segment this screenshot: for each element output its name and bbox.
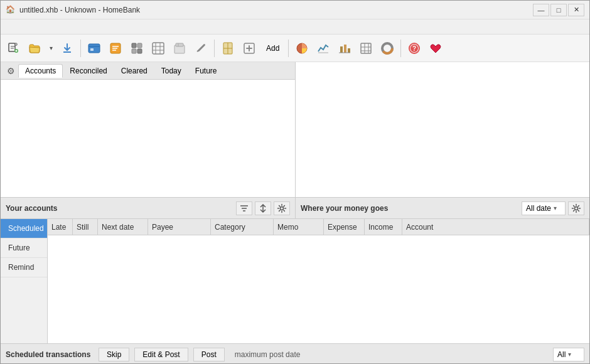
all-dropdown-area: All ▾ [553, 348, 584, 361]
minimize-button[interactable]: — [533, 4, 549, 16]
svg-rect-36 [340, 46, 343, 53]
toolbar: ▾ [1, 35, 589, 62]
money-footer-controls: All date ▾ [522, 201, 584, 215]
add-button[interactable]: Add [260, 38, 285, 58]
post-button[interactable]: Post [193, 348, 225, 361]
maximize-button[interactable]: □ [550, 4, 567, 16]
col-nextdate: Next date [98, 219, 148, 235]
import-button[interactable] [169, 38, 190, 58]
svg-text:?: ? [412, 45, 416, 52]
scheduled-sidebar: Scheduled Future Remind [1, 219, 48, 343]
sort-button[interactable] [255, 201, 271, 215]
col-memo: Memo [274, 219, 324, 235]
grid-button[interactable] [356, 38, 376, 58]
max-post-date-label: maximum post date [235, 350, 301, 359]
svg-rect-9 [88, 44, 100, 53]
accounts-footer-settings[interactable] [274, 201, 290, 215]
all-dropdown[interactable]: All ▾ [553, 348, 584, 361]
col-account: Account [402, 219, 589, 235]
main-content: ⚙ Accounts Reconciled Cleared Today Futu… [1, 62, 589, 364]
money-footer-title: Where your money goes [301, 204, 388, 213]
scheduled-tab-future[interactable]: Future [1, 238, 47, 258]
accounts-footer-buttons [236, 201, 290, 215]
app-icon: 🏠 [6, 5, 16, 15]
budget-button[interactable] [148, 38, 168, 58]
money-panel: Where your money goes All date ▾ [296, 62, 589, 218]
scheduled-footer: Scheduled transactions Skip Edit & Post … [1, 343, 589, 364]
donut-button[interactable] [377, 38, 397, 58]
scheduled-tab-remind[interactable]: Remind [1, 258, 47, 277]
svg-rect-11 [90, 48, 94, 51]
col-still: Still [73, 219, 98, 235]
accounts-content [1, 80, 295, 197]
svg-rect-38 [348, 48, 350, 53]
money-content [296, 62, 589, 197]
title-bar-left: 🏠 untitled.xhb - Unknown - HomeBank [6, 5, 140, 15]
col-income: Income [365, 219, 402, 235]
separator-2 [214, 40, 215, 57]
scheduled-panel: Scheduled Future Remind Late Still Next … [1, 219, 589, 364]
money-settings-button[interactable] [568, 201, 584, 215]
svg-rect-0 [9, 43, 15, 51]
title-bar: 🏠 untitled.xhb - Unknown - HomeBank — □ … [1, 1, 589, 19]
accounts-tabs: ⚙ Accounts Reconciled Cleared Today Futu… [1, 62, 295, 80]
tab-cleared[interactable]: Cleared [114, 64, 154, 78]
tab-today[interactable]: Today [154, 64, 188, 78]
accounts-panel: ⚙ Accounts Reconciled Cleared Today Futu… [1, 62, 296, 218]
donate-button[interactable] [426, 38, 446, 58]
tab-reconciled[interactable]: Reconciled [63, 64, 114, 78]
top-panels: ⚙ Accounts Reconciled Cleared Today Futu… [1, 62, 589, 219]
skip-button[interactable]: Skip [99, 348, 129, 361]
transactions-button[interactable] [105, 38, 126, 58]
svg-rect-20 [153, 43, 164, 54]
book-button[interactable] [218, 38, 238, 58]
separator-3 [288, 40, 289, 57]
scheduled-area: Scheduled Future Remind Late Still Next … [1, 219, 589, 343]
accounts-footer-title: Your accounts [6, 204, 57, 213]
scheduled-footer-title: Scheduled transactions [6, 350, 94, 359]
title-bar-controls: — □ ✕ [533, 4, 584, 16]
barchart-button[interactable] [335, 38, 355, 58]
add-icon[interactable] [239, 38, 259, 58]
title-bar-title: untitled.xhb - Unknown - HomeBank [19, 6, 140, 14]
piechart-button[interactable] [292, 38, 312, 58]
accounts-footer: Your accounts [1, 197, 295, 218]
tab-accounts[interactable]: Accounts [18, 64, 63, 78]
date-dropdown[interactable]: All date ▾ [522, 201, 566, 215]
svg-rect-26 [176, 43, 183, 46]
open-dropdown-button[interactable]: ▾ [46, 38, 56, 58]
svg-rect-18 [132, 49, 136, 53]
scheduled-tab-scheduled[interactable]: Scheduled [1, 219, 47, 238]
money-footer: Where your money goes All date ▾ [296, 197, 589, 218]
svg-rect-17 [137, 43, 142, 48]
separator-4 [400, 40, 401, 57]
svg-rect-40 [361, 43, 371, 53]
scheduled-content: Late Still Next date Payee Category Memo… [48, 219, 589, 343]
filter-button[interactable] [236, 201, 252, 215]
tab-future[interactable]: Future [188, 64, 224, 78]
add-label: Add [266, 44, 279, 53]
categories-button[interactable] [127, 38, 147, 58]
chevron-down-icon: ▾ [554, 205, 557, 211]
scheduled-header: Late Still Next date Payee Category Memo… [48, 219, 589, 235]
linechart-button[interactable] [313, 38, 333, 58]
date-dropdown-value: All date [526, 204, 551, 213]
col-payee: Payee [148, 219, 211, 235]
svg-rect-16 [132, 43, 136, 48]
menu-bar [1, 19, 589, 35]
svg-rect-2 [15, 43, 17, 45]
accounts-settings-icon[interactable]: ⚙ [3, 64, 18, 78]
open-button[interactable] [24, 38, 45, 58]
edit-post-button[interactable]: Edit & Post [134, 348, 188, 361]
help-button[interactable]: ? [404, 38, 424, 58]
save-button[interactable] [57, 38, 77, 58]
all-chevron-icon: ▾ [568, 351, 571, 358]
new-button[interactable] [3, 38, 23, 58]
col-expense: Expense [324, 219, 365, 235]
svg-rect-19 [137, 49, 142, 53]
svg-point-54 [281, 206, 284, 210]
accounts-button[interactable] [84, 38, 104, 58]
edit-button[interactable] [191, 38, 211, 58]
svg-rect-37 [344, 45, 346, 53]
close-button[interactable]: ✕ [568, 4, 584, 16]
